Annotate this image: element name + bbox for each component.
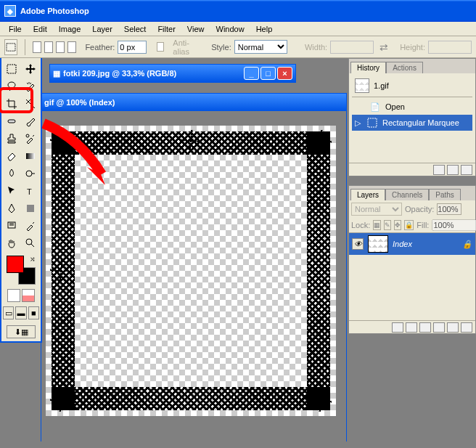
history-snapshot[interactable]: 1.gif xyxy=(352,76,472,95)
layer-name: Index xyxy=(393,240,412,248)
history-brush-tool[interactable] xyxy=(22,131,39,147)
feather-input[interactable] xyxy=(118,41,147,54)
lock-pixels-icon[interactable]: ✎ xyxy=(384,220,391,230)
blur-tool[interactable] xyxy=(3,166,20,182)
canvas[interactable] xyxy=(46,126,336,416)
lock-position-icon[interactable]: ✥ xyxy=(394,220,401,230)
layer-row[interactable]: 👁 Index 🔒 xyxy=(349,233,475,255)
zoom-tool[interactable] xyxy=(22,235,39,251)
subtract-selection-icon[interactable] xyxy=(56,41,65,53)
svg-rect-3 xyxy=(8,120,15,123)
slice-tool[interactable] xyxy=(22,96,39,112)
new-layer-icon[interactable] xyxy=(447,322,459,333)
layer-thumb-icon xyxy=(368,235,388,253)
screen-full-icon[interactable]: ■ xyxy=(28,306,39,319)
new-set-icon[interactable] xyxy=(419,322,431,333)
delete-state-icon[interactable] xyxy=(461,165,472,175)
tab-history[interactable]: History xyxy=(350,62,386,73)
marquee-icon xyxy=(366,117,378,129)
workspace: T ⤭ ▭ ▬ ■ ⬇▦ xyxy=(0,58,476,448)
lock-all-icon[interactable]: 🔒 xyxy=(404,220,414,230)
svg-text:T: T xyxy=(27,187,32,196)
layer-lock-icon: 🔒 xyxy=(462,240,472,249)
history-pointer-icon: ▷ xyxy=(355,118,362,128)
new-selection-icon[interactable] xyxy=(33,41,41,53)
snapshot-thumb-icon xyxy=(355,78,369,93)
dodge-tool[interactable] xyxy=(22,166,39,182)
marquee-tool[interactable] xyxy=(3,61,20,77)
gradient-tool[interactable] xyxy=(22,148,39,164)
intersect-selection-icon[interactable] xyxy=(67,41,76,53)
history-item-open[interactable]: 📄 Open xyxy=(352,99,472,115)
brush-tool[interactable] xyxy=(22,113,39,129)
maximize-button[interactable]: □ xyxy=(260,67,276,80)
svg-point-4 xyxy=(26,134,29,137)
swap-colors-icon[interactable]: ⤭ xyxy=(30,256,36,263)
lasso-tool[interactable] xyxy=(3,78,20,94)
document-canvas-area[interactable] xyxy=(41,111,346,442)
close-button[interactable]: × xyxy=(277,67,292,80)
new-snapshot-icon[interactable] xyxy=(447,165,459,175)
menu-layer[interactable]: Layer xyxy=(86,23,118,35)
blend-mode-select: Normal xyxy=(351,203,402,216)
layer-mask-icon[interactable] xyxy=(406,322,417,333)
tab-channels[interactable]: Channels xyxy=(385,189,429,200)
menu-file[interactable]: File xyxy=(3,23,28,35)
quickmask-mode-icon[interactable] xyxy=(22,289,35,302)
app-titlebar: ◆ Adobe Photoshop xyxy=(0,0,476,22)
document-window-back[interactable]: ▦ fotki 209.jpg @ 33,3% (RGB/8) _ □ × xyxy=(49,64,296,83)
history-footer xyxy=(349,163,475,176)
menu-view[interactable]: View xyxy=(181,23,210,35)
shape-tool[interactable] xyxy=(22,200,39,216)
style-select[interactable]: Normal xyxy=(234,40,287,54)
layer-style-icon[interactable] xyxy=(392,322,403,333)
stamp-tool[interactable] xyxy=(3,131,20,147)
notes-tool[interactable] xyxy=(3,218,20,234)
screen-full-menubar-icon[interactable]: ▬ xyxy=(15,306,26,319)
lock-transparency-icon[interactable]: ▦ xyxy=(373,220,381,230)
color-picker[interactable]: ⤭ xyxy=(7,256,36,285)
lock-label: Lock: xyxy=(351,221,370,229)
options-bar: Feather: Anti-alias Style: Normal Width:… xyxy=(0,36,476,58)
foreground-color[interactable] xyxy=(7,256,24,273)
antialias-checkbox xyxy=(157,42,164,52)
heal-tool[interactable] xyxy=(3,113,20,129)
tool-preset-picker[interactable] xyxy=(4,39,17,55)
history-item-marquee[interactable]: ▷ Rectangular Marquee xyxy=(352,115,472,131)
document-title-front: gif @ 100% (Index) xyxy=(44,98,115,107)
minimize-button[interactable]: _ xyxy=(244,67,259,80)
opacity-label: Opacity: xyxy=(405,205,434,213)
tab-layers[interactable]: Layers xyxy=(350,189,385,200)
new-doc-from-state-icon[interactable] xyxy=(433,165,445,175)
tab-actions[interactable]: Actions xyxy=(386,62,423,73)
screen-standard-icon[interactable]: ▭ xyxy=(3,306,14,319)
hand-tool[interactable] xyxy=(3,235,20,251)
document-window-front[interactable]: gif @ 100% (Index) xyxy=(41,93,347,441)
menu-image[interactable]: Image xyxy=(53,23,87,35)
menu-help[interactable]: Help xyxy=(250,23,279,35)
eraser-tool[interactable] xyxy=(3,148,20,164)
add-selection-icon[interactable] xyxy=(44,41,53,53)
jump-imageready-icon[interactable]: ⬇▦ xyxy=(7,325,36,338)
width-label: Width: xyxy=(305,43,327,52)
standard-mode-icon[interactable] xyxy=(7,289,20,302)
type-tool[interactable]: T xyxy=(22,183,39,199)
move-tool[interactable] xyxy=(22,61,39,77)
height-input xyxy=(428,41,472,54)
visibility-icon[interactable]: 👁 xyxy=(352,238,364,250)
link-icon: ⇄ xyxy=(379,41,388,53)
crop-tool[interactable] xyxy=(3,96,20,112)
menu-filter[interactable]: Filter xyxy=(152,23,181,35)
eyedropper-tool[interactable] xyxy=(22,218,39,234)
adjustment-layer-icon[interactable] xyxy=(433,322,445,333)
menu-edit[interactable]: Edit xyxy=(28,23,53,35)
wand-tool[interactable] xyxy=(22,78,39,94)
menu-select[interactable]: Select xyxy=(118,23,152,35)
document-titlebar-front[interactable]: gif @ 100% (Index) xyxy=(41,94,346,111)
menu-window[interactable]: Window xyxy=(210,23,250,35)
path-select-tool[interactable] xyxy=(3,183,20,199)
document-titlebar-back[interactable]: ▦ fotki 209.jpg @ 33,3% (RGB/8) _ □ × xyxy=(50,65,295,82)
tab-paths[interactable]: Paths xyxy=(429,189,461,200)
delete-layer-icon[interactable] xyxy=(461,322,472,333)
pen-tool[interactable] xyxy=(3,200,20,216)
